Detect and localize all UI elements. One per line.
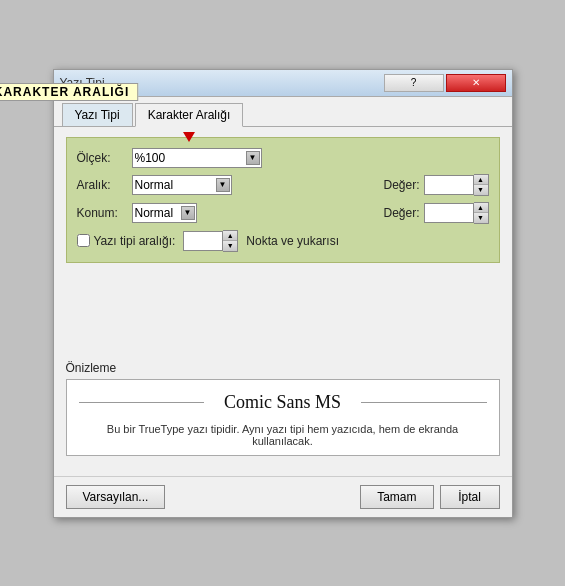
preview-description: Bu bir TrueType yazı tipidir. Aynı yazı … bbox=[79, 423, 487, 447]
preview-box: Comic Sans MS Bu bir TrueType yazı tipid… bbox=[66, 379, 500, 456]
title-bar-controls: ? ✕ bbox=[384, 74, 506, 92]
aralik-label: Aralık: bbox=[77, 178, 132, 192]
deger1-input[interactable] bbox=[424, 175, 474, 195]
deger2-spinner: ▲ ▼ bbox=[424, 202, 489, 224]
deger1-label: Değer: bbox=[383, 178, 419, 192]
tab-karakter-araligi[interactable]: Karakter Aralığı bbox=[135, 103, 244, 127]
yazi-tipi-araligi-checkbox[interactable] bbox=[77, 234, 90, 247]
yazi-tipi-araligi-down-button[interactable]: ▼ bbox=[223, 241, 237, 251]
preview-line-right bbox=[361, 402, 486, 403]
yazi-tipi-araligi-spinner-buttons: ▲ ▼ bbox=[223, 230, 238, 252]
deger2-group: Değer: ▲ ▼ bbox=[373, 202, 488, 224]
deger2-label: Değer: bbox=[383, 206, 419, 220]
olcek-select-wrapper: %100 %90 %110 %200 ▼ bbox=[132, 148, 262, 168]
spacer bbox=[66, 273, 500, 353]
yazi-tipi-araligi-label: Yazı tipi aralığı: bbox=[94, 234, 176, 248]
aralik-select-wrapper: Normal Genişletilmiş Daraltılmış ▼ bbox=[132, 175, 232, 195]
character-spacing-panel: Ölçek: %100 %90 %110 %200 ▼ Aralık: bbox=[66, 137, 500, 263]
olcek-label: Ölçek: bbox=[77, 151, 132, 165]
aralik-select[interactable]: Normal Genişletilmiş Daraltılmış bbox=[132, 175, 232, 195]
varsayilan-button[interactable]: Varsayılan... bbox=[66, 485, 166, 509]
konum-label: Konum: bbox=[77, 206, 132, 220]
deger2-down-button[interactable]: ▼ bbox=[474, 213, 488, 223]
close-button[interactable]: ✕ bbox=[446, 74, 506, 92]
deger2-spinner-buttons: ▲ ▼ bbox=[474, 202, 489, 224]
konum-row: Konum: Normal Yükseltilmiş Alçaltılmış ▼ bbox=[77, 203, 366, 223]
aralik-row: Aralık: Normal Genişletilmiş Daraltılmış… bbox=[77, 175, 366, 195]
preview-font-name: Comic Sans MS bbox=[224, 392, 341, 413]
deger2-up-button[interactable]: ▲ bbox=[474, 203, 488, 213]
help-button[interactable]: ? bbox=[384, 74, 444, 92]
right-buttons: Tamam İptal bbox=[360, 485, 499, 509]
dialog-window: Yazı Tipi ? ✕ KARAKTER ARALIĞI Yazı Tipi… bbox=[53, 69, 513, 518]
konum-select-wrapper: Normal Yükseltilmiş Alçaltılmış ▼ bbox=[132, 203, 197, 223]
preview-content: Comic Sans MS bbox=[79, 388, 487, 417]
deger2-input[interactable] bbox=[424, 203, 474, 223]
bottom-bar: Varsayılan... Tamam İptal bbox=[54, 476, 512, 517]
tooltip-arrow bbox=[183, 132, 195, 142]
tamam-button[interactable]: Tamam bbox=[360, 485, 433, 509]
tab-bar: KARAKTER ARALIĞI Yazı Tipi Karakter Aral… bbox=[54, 97, 512, 127]
konum-select[interactable]: Normal Yükseltilmiş Alçaltılmış bbox=[132, 203, 197, 223]
tab-content: Ölçek: %100 %90 %110 %200 ▼ Aralık: bbox=[54, 127, 512, 476]
deger1-group: Değer: ▲ ▼ bbox=[373, 174, 488, 196]
deger1-spinner-buttons: ▲ ▼ bbox=[474, 174, 489, 196]
preview-line-left bbox=[79, 402, 204, 403]
yazi-tipi-araligi-up-button[interactable]: ▲ bbox=[223, 231, 237, 241]
olcek-select[interactable]: %100 %90 %110 %200 bbox=[132, 148, 262, 168]
yazi-tipi-araligi-input[interactable] bbox=[183, 231, 223, 251]
deger1-down-button[interactable]: ▼ bbox=[474, 185, 488, 195]
iptal-button[interactable]: İptal bbox=[440, 485, 500, 509]
tab-yazi-tipi[interactable]: Yazı Tipi bbox=[62, 103, 133, 126]
yazi-tipi-araligi-row: Yazı tipi aralığı: ▲ ▼ Nokta ve yukarısı bbox=[77, 230, 489, 252]
deger1-spinner: ▲ ▼ bbox=[424, 174, 489, 196]
nokta-label: Nokta ve yukarısı bbox=[246, 234, 339, 248]
preview-section: Önizleme Comic Sans MS Bu bir TrueType y… bbox=[66, 361, 500, 456]
preview-label: Önizleme bbox=[66, 361, 500, 375]
tooltip-label: KARAKTER ARALIĞI bbox=[0, 83, 138, 101]
deger1-up-button[interactable]: ▲ bbox=[474, 175, 488, 185]
olcek-row: Ölçek: %100 %90 %110 %200 ▼ bbox=[77, 148, 489, 168]
yazi-tipi-araligi-spinner: ▲ ▼ bbox=[183, 230, 238, 252]
